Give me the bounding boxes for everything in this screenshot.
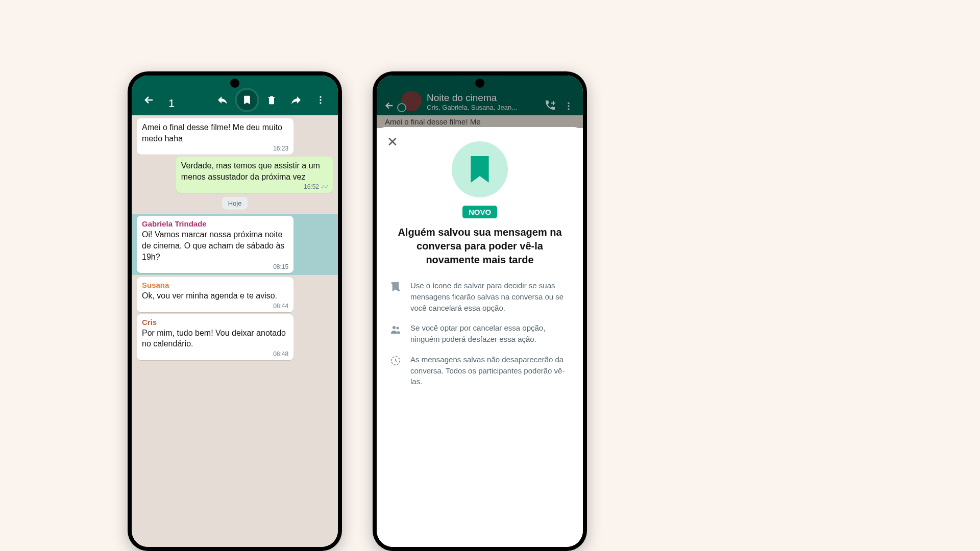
- message-text: Amei o final desse filme! Me deu muito m…: [142, 122, 288, 144]
- message-bubble-in: Gabriela Trindade Oi! Vamos marcar nossa…: [137, 216, 293, 273]
- message-bubble-in[interactable]: Amei o final desse filme! Me deu muito m…: [137, 118, 293, 155]
- svg-point-3: [568, 103, 569, 104]
- sender-name: Gabriela Trindade: [142, 219, 288, 228]
- info-row: Use o ícone de salvar para decidir se su…: [389, 280, 571, 313]
- message-bubble-in[interactable]: Cris Por mim, tudo bem! Vou deixar anota…: [137, 314, 293, 360]
- phone-right: Noite do cinema Cris, Gabriela, Susana, …: [373, 71, 587, 551]
- info-text: Use o ícone de salvar para decidir se su…: [410, 280, 571, 313]
- sender-name: Cris: [142, 318, 288, 327]
- message-bubble-in[interactable]: Susana Ok, vou ver minha agenda e te avi…: [137, 277, 293, 312]
- forward-icon[interactable]: [286, 90, 306, 110]
- message-text: Ok, vou ver minha agenda e te aviso.: [142, 290, 288, 302]
- info-text: Se você optar por cancelar essa opção, n…: [410, 322, 571, 345]
- info-row: As mensagens salvas não desaparecerão da…: [389, 354, 571, 387]
- promo-canvas: 1 Amei o final desse: [87, 71, 893, 551]
- message-bubble-out[interactable]: Verdade, mas temos que assistir a um men…: [176, 157, 333, 193]
- sender-name: Susana: [142, 281, 288, 289]
- svg-point-4: [568, 105, 569, 107]
- people-icon: [389, 322, 402, 336]
- svg-point-5: [568, 108, 569, 110]
- message-time: 08:15: [142, 263, 288, 270]
- close-icon[interactable]: ✕: [387, 134, 398, 150]
- svg-point-0: [320, 96, 321, 98]
- camera-notch: [230, 79, 239, 88]
- date-separator: Hoje: [222, 197, 248, 210]
- reply-icon[interactable]: [212, 90, 233, 110]
- chat-title-block[interactable]: Noite do cinema Cris, Gabriela, Susana, …: [427, 92, 539, 111]
- background-message-peek: Amei o final desse filme! Me: [377, 115, 583, 128]
- disappearing-timer-icon: [397, 103, 406, 112]
- timer-icon: [389, 354, 402, 366]
- svg-point-6: [393, 326, 396, 329]
- bookmark-off-icon: [389, 280, 402, 292]
- message-time: 16:52✓✓: [181, 183, 328, 190]
- chat-subtitle: Cris, Gabriela, Susana, Jean...: [427, 104, 539, 111]
- message-text: Verdade, mas temos que assistir a um men…: [181, 160, 328, 182]
- back-icon[interactable]: [384, 100, 396, 111]
- selected-count: 1: [168, 97, 208, 110]
- chat-body[interactable]: Amei o final desse filme! Me deu muito m…: [132, 115, 338, 547]
- info-bottom-sheet: ✕ NOVO Alguém salvou sua mensagem na con…: [377, 127, 583, 547]
- delete-icon[interactable]: [261, 90, 282, 110]
- message-text: Por mim, tudo bem! Vou deixar anotado no…: [142, 328, 288, 349]
- selected-message-row[interactable]: Gabriela Trindade Oi! Vamos marcar nossa…: [132, 214, 338, 275]
- message-time: 16:23: [142, 145, 288, 152]
- more-icon[interactable]: [561, 101, 576, 111]
- phone-left: 1 Amei o final desse: [128, 71, 342, 551]
- camera-notch: [475, 79, 484, 88]
- more-icon[interactable]: [310, 90, 331, 110]
- add-call-icon[interactable]: [544, 99, 556, 111]
- message-time: 08:44: [142, 303, 288, 310]
- svg-point-7: [397, 327, 399, 330]
- chat-title: Noite do cinema: [427, 92, 539, 104]
- message-time: 08:48: [142, 350, 288, 358]
- back-icon[interactable]: [139, 90, 159, 110]
- info-text: As mensagens salvas não desaparecerão da…: [410, 354, 571, 387]
- info-row: Se você optar por cancelar essa opção, n…: [389, 322, 571, 345]
- sheet-heading: Alguém salvou sua mensagem na conversa p…: [389, 226, 571, 267]
- svg-point-2: [320, 102, 321, 104]
- message-text: Oi! Vamos marcar nossa próxima noite de …: [142, 229, 288, 262]
- bookmark-hero-icon: [452, 141, 508, 197]
- new-badge: NOVO: [462, 206, 497, 218]
- svg-point-1: [320, 99, 321, 101]
- bookmark-icon[interactable]: [237, 90, 257, 110]
